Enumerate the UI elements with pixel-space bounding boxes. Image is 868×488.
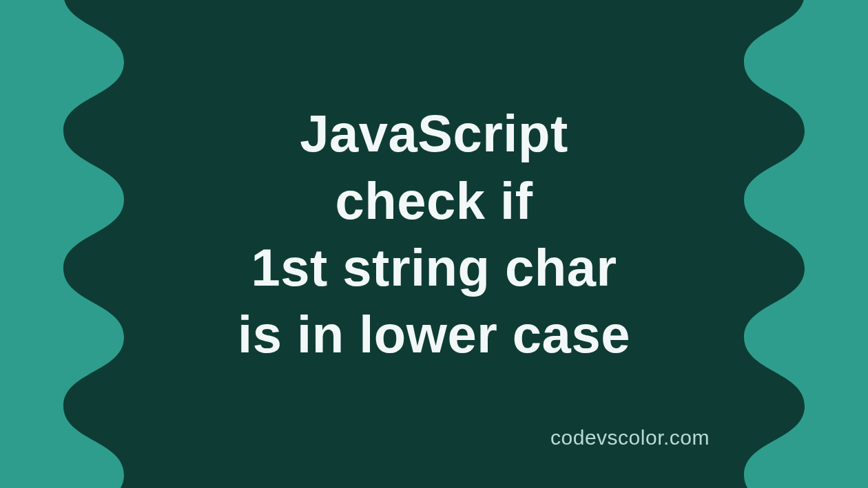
title-line-4: is in lower case [152, 301, 716, 368]
title-line-1: JavaScript [152, 100, 716, 167]
title-line-2: check if [152, 167, 716, 234]
banner-title: JavaScript check if 1st string char is i… [152, 100, 716, 368]
website-credit: codevscolor.com [550, 426, 710, 449]
title-line-3: 1st string char [152, 234, 716, 301]
